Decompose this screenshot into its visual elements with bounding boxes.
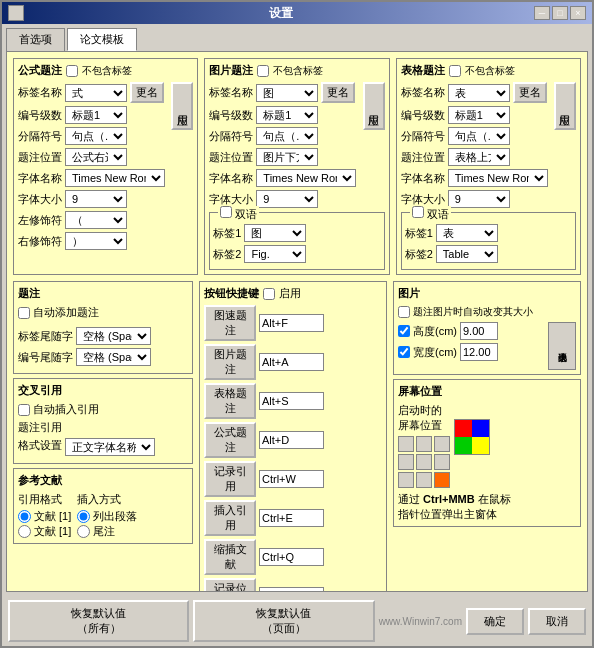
image-bilingual-checkbox[interactable]	[220, 206, 232, 218]
formula-right-deco-select[interactable]: ）	[65, 232, 127, 250]
tab-template[interactable]: 论文模板	[67, 28, 137, 51]
image-rename-button[interactable]: 更名	[321, 82, 355, 103]
image-tag2-select[interactable]: Fig.	[244, 245, 306, 263]
hotkey-input-4[interactable]	[259, 470, 324, 488]
formula-left-deco-select[interactable]: （	[65, 211, 127, 229]
hotkey-label-5[interactable]: 插入引用	[204, 500, 256, 536]
formula-level-select[interactable]: 标题1	[65, 106, 127, 124]
hotkey-input-7[interactable]	[259, 587, 324, 592]
pos-cell-mr[interactable]	[434, 454, 450, 470]
table-size-select[interactable]: 9	[448, 190, 510, 208]
table-no-tag-checkbox[interactable]	[449, 65, 461, 77]
caption-ref-format-select[interactable]: 正文字体名称和	[65, 438, 155, 456]
caption-section: 题注 自动添加题注 标签尾随字 空格 (Space 编号尾随字 空格 (Spac…	[13, 281, 193, 374]
auto-insert-ref-checkbox[interactable]	[18, 404, 30, 416]
height-checkbox[interactable]	[398, 325, 410, 337]
window-title: 设置	[269, 5, 293, 22]
ref-format-2-radio[interactable]	[18, 525, 31, 538]
top-sections: 公式题注 不包含标签 标签名称 式 更名 编号级数 标题1	[13, 58, 581, 275]
hotkey-label-0[interactable]: 图速题注	[204, 305, 256, 341]
cancel-button[interactable]: 取消	[528, 608, 586, 635]
pos-cell-ml[interactable]	[398, 454, 414, 470]
table-level-select[interactable]: 标题1	[448, 106, 510, 124]
table-bilingual-checkbox[interactable]	[412, 206, 424, 218]
screen-pos-section: 屏幕位置 启动时的 屏幕位置	[393, 379, 581, 527]
pos-cell-mc[interactable]	[416, 454, 432, 470]
image-no-tag-checkbox[interactable]	[257, 65, 269, 77]
maximize-button[interactable]: □	[552, 6, 568, 20]
tab-preferences[interactable]: 首选项	[6, 28, 65, 51]
hotkey-row-3: 公式题注	[204, 422, 382, 458]
pos-cell-bl[interactable]	[398, 472, 414, 488]
ok-button[interactable]: 确定	[466, 608, 524, 635]
hotkey-input-6[interactable]	[259, 548, 324, 566]
hotkey-label-3[interactable]: 公式题注	[204, 422, 256, 458]
reset-all-button[interactable]: 恢复默认值（所有）	[8, 600, 189, 642]
formula-position-select[interactable]: 公式右边	[65, 148, 127, 166]
hotkey-input-2[interactable]	[259, 392, 324, 410]
pos-cell-tr[interactable]	[434, 436, 450, 452]
hotkey-row-1: 图片题注	[204, 344, 382, 380]
close-button[interactable]: ×	[570, 6, 586, 20]
hotkeys-enable-checkbox[interactable]	[263, 288, 275, 300]
caption-title: 题注	[18, 286, 188, 301]
hotkey-input-0[interactable]	[259, 314, 324, 332]
table-separator-select[interactable]: 句点（.）	[448, 127, 510, 145]
formula-rename-button[interactable]: 更名	[130, 82, 164, 103]
image-size-select[interactable]: 9	[256, 190, 318, 208]
auto-resize-checkbox[interactable]	[398, 306, 410, 318]
hotkey-row-2: 表格题注	[204, 383, 382, 419]
pos-cell-tc[interactable]	[416, 436, 432, 452]
cross-ref-title: 交叉引用	[18, 383, 188, 398]
ref-insert-1-radio[interactable]	[77, 510, 90, 523]
cross-ref-section: 交叉引用 自动插入引用 题注引用 格式设置 正文字体名称和	[13, 378, 193, 464]
minimize-button[interactable]: ─	[534, 6, 550, 20]
reset-page-button[interactable]: 恢复默认值（页面）	[193, 600, 374, 642]
image-tag-name-select[interactable]: 图	[256, 84, 318, 102]
table-position-select[interactable]: 表格上方	[448, 148, 510, 166]
hotkey-label-4[interactable]: 记录引用	[204, 461, 256, 497]
formula-separator-select[interactable]: 句点（.）	[65, 127, 127, 145]
hotkey-label-7[interactable]: 记录位置	[204, 578, 256, 592]
image-bilingual-section: 双语 标签1 图 标签2 Fig.	[209, 212, 384, 270]
table-tag2-select[interactable]: Table	[436, 245, 498, 263]
formula-size-select[interactable]: 9	[65, 190, 127, 208]
hotkey-label-1[interactable]: 图片题注	[204, 344, 256, 380]
table-tag1-select[interactable]: 表	[436, 224, 498, 242]
hotkey-input-3[interactable]	[259, 431, 324, 449]
pos-cell-tl[interactable]	[398, 436, 414, 452]
auto-add-caption-checkbox[interactable]	[18, 307, 30, 319]
hotkey-label-2[interactable]: 表格题注	[204, 383, 256, 419]
image-font-select[interactable]: Times New Roma	[256, 169, 356, 187]
image-position-select[interactable]: 图片下方	[256, 148, 318, 166]
formula-apply-button[interactable]: 应用	[171, 82, 193, 130]
num-suffix-select[interactable]: 空格 (Space	[76, 348, 151, 366]
image-tag1-select[interactable]: 图	[244, 224, 306, 242]
hotkey-input-5[interactable]	[259, 509, 324, 527]
formula-no-tag-checkbox[interactable]	[66, 65, 78, 77]
ref-insert-1-row: 列出段落	[77, 509, 137, 524]
table-rename-button[interactable]: 更名	[513, 82, 547, 103]
formula-section: 公式题注 不包含标签 标签名称 式 更名 编号级数 标题1	[13, 58, 198, 275]
pos-cell-bc[interactable]	[416, 472, 432, 488]
image-apply-button[interactable]: 应用	[363, 82, 385, 130]
hotkey-input-1[interactable]	[259, 353, 324, 371]
record-size-button[interactable]: 记录选项大小	[548, 322, 576, 370]
ref-title: 参考文献	[18, 473, 188, 488]
image-level-select[interactable]: 标题1	[256, 106, 318, 124]
table-apply-button[interactable]: 应用	[554, 82, 576, 130]
hotkey-label-6[interactable]: 缩插文献	[204, 539, 256, 575]
height-input[interactable]	[460, 322, 498, 340]
image-separator-select[interactable]: 句点（.）	[256, 127, 318, 145]
width-input[interactable]	[460, 343, 498, 361]
formula-tag-name-select[interactable]: 式	[65, 84, 127, 102]
formula-font-select[interactable]: Times New Roma	[65, 169, 165, 187]
table-tag-name-select[interactable]: 表	[448, 84, 510, 102]
width-checkbox[interactable]	[398, 346, 410, 358]
hotkeys-title: 按钮快捷键 启用	[204, 286, 382, 301]
table-font-select[interactable]: Times New Roma	[448, 169, 548, 187]
tag-suffix-select[interactable]: 空格 (Space	[76, 327, 151, 345]
ref-insert-2-radio[interactable]	[77, 525, 90, 538]
pos-cell-br[interactable]	[434, 472, 450, 488]
ref-format-1-radio[interactable]	[18, 510, 31, 523]
